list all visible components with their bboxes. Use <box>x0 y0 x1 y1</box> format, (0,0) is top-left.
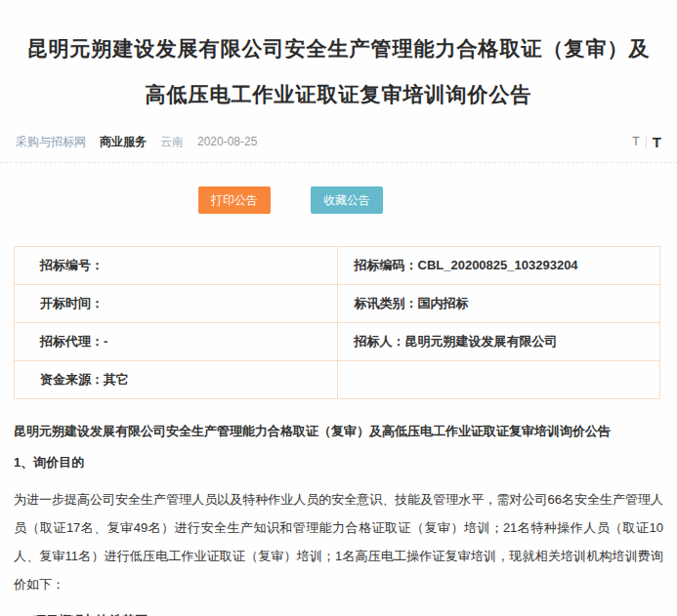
fund-source-value: 资金来源：其它 <box>15 361 338 399</box>
page-title: 昆明元朔建设发展有限公司安全生产管理能力合格取证（复审）及 高低压电工作业证取证… <box>0 0 677 117</box>
table-row: 资金来源：其它 <box>15 361 660 399</box>
open-time-label: 开标时间： <box>15 285 338 323</box>
table-row: 招标编号： 招标编码：CBL_20200825_103293204 <box>15 247 660 285</box>
breadcrumb-category-link[interactable]: 商业服务 <box>100 134 147 150</box>
bid-agent-value: 招标代理：- <box>15 323 338 361</box>
font-size-controls: T | T <box>632 134 661 150</box>
page-title-line-2: 高低压电工作业证取证复审培训询价公告 <box>0 71 677 117</box>
breadcrumb-region-link[interactable]: 云南 <box>160 134 184 150</box>
favorite-announcement-button[interactable]: 收藏公告 <box>311 186 383 214</box>
announcement-body: 昆明元朔建设发展有限公司安全生产管理能力合格取证（复审）及高低压电工作业证取证复… <box>0 423 677 616</box>
empty-cell <box>337 361 660 399</box>
announcement-page: 昆明元朔建设发展有限公司安全生产管理能力合格取证（复审）及 高低压电工作业证取证… <box>0 0 677 616</box>
breadcrumb-source-link[interactable]: 采购与招标网 <box>16 134 86 150</box>
announcement-heading: 昆明元朔建设发展有限公司安全生产管理能力合格取证（复审）及高低压电工作业证取证复… <box>14 423 663 440</box>
actions-row: 打印公告 收藏公告 <box>0 186 677 214</box>
dashed-divider <box>0 162 677 163</box>
font-size-large-button[interactable]: T <box>653 134 661 150</box>
bid-info-table: 招标编号： 招标编码：CBL_20200825_103293204 开标时间： … <box>14 246 660 399</box>
bid-number-label: 招标编号： <box>15 247 338 285</box>
font-size-separator: | <box>645 135 648 148</box>
font-size-small-button[interactable]: T <box>632 135 639 148</box>
page-title-line-1: 昆明元朔建设发展有限公司安全生产管理能力合格取证（复审）及 <box>0 25 677 71</box>
publish-date: 2020-08-25 <box>197 135 257 148</box>
breadcrumb: 采购与招标网 商业服务 云南 2020-08-25 T | T <box>0 131 677 152</box>
section-1-title: 1、询价目的 <box>14 454 663 472</box>
bid-code-value: 招标编码：CBL_20200825_103293204 <box>337 247 660 285</box>
section-2-title: 2、项目概况与比选范围 <box>14 612 663 616</box>
print-announcement-button[interactable]: 打印公告 <box>198 186 271 214</box>
table-row: 招标代理：- 招标人：昆明元朔建设发展有限公司 <box>15 323 660 361</box>
table-row: 开标时间： 标讯类别：国内招标 <box>15 285 660 323</box>
bid-type-value: 标讯类别：国内招标 <box>337 285 660 323</box>
bidder-value: 招标人：昆明元朔建设发展有限公司 <box>337 323 660 361</box>
purpose-paragraph: 为进一步提高公司安全生产管理人员以及特种作业人员的安全意识、技能及管理水平，需对… <box>14 485 663 598</box>
